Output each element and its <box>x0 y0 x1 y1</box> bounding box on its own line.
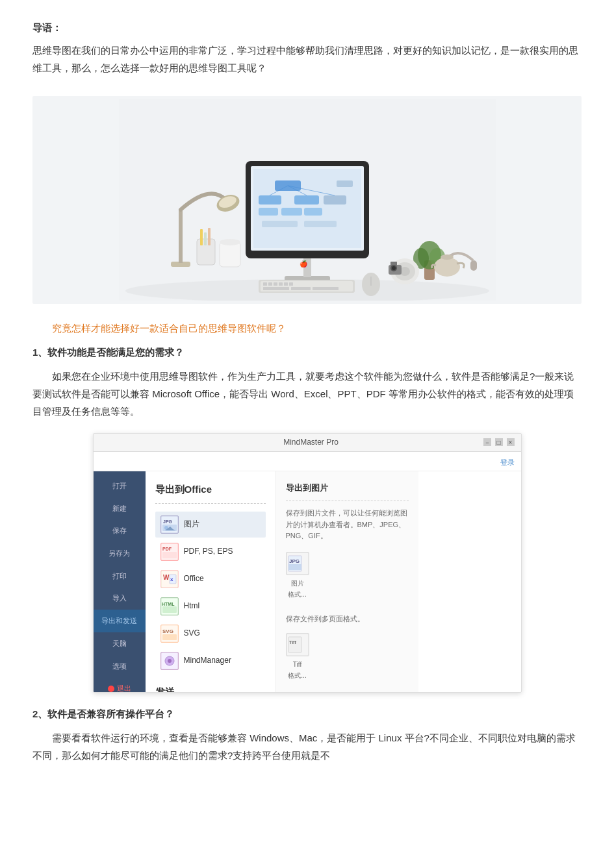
svg-rect-37 <box>284 282 288 286</box>
svg-rect-34 <box>268 282 272 286</box>
export-label-svg: SVG <box>184 626 200 639</box>
app-right-panel: 导出到图片 保存到图片文件，可以让任何能浏览图片的计算机办查看者。BMP、JPE… <box>275 471 418 692</box>
export-item-svg[interactable]: SVG SVG <box>155 621 266 647</box>
svg-rect-19 <box>294 195 319 205</box>
svg-text:W: W <box>163 574 170 581</box>
section1-heading: 1、软件功能是否能满足您的需求？ <box>32 344 582 361</box>
right-panel-export-title: 导出到图片 <box>286 481 409 501</box>
svg-point-58 <box>441 254 454 260</box>
svg-point-54 <box>392 266 396 270</box>
svg-rect-26 <box>337 180 353 187</box>
sidebar-item-open[interactable]: 打开 <box>94 475 146 497</box>
export-item-image[interactable]: JPG 图片 <box>155 512 266 538</box>
export-label-html: Html <box>184 599 200 612</box>
export-item-mindmanager[interactable]: MindManager <box>155 648 266 674</box>
minimize-button[interactable]: － <box>483 438 491 446</box>
svg-rect-23 <box>324 195 346 205</box>
svg-rect-10 <box>220 242 240 267</box>
export-label-image: 图片 <box>184 517 199 530</box>
section2-heading: 2、软件是否兼容所有操作平台？ <box>32 706 582 723</box>
send-section-title: 发送 <box>155 684 266 693</box>
svg-rect-40 <box>291 287 311 290</box>
format-icon-jpg: JPG <box>286 552 309 575</box>
app-titlebar: MindMaster Pro － □ × <box>94 434 521 452</box>
svg-rect-25 <box>304 221 337 227</box>
maximize-button[interactable]: □ <box>495 438 503 446</box>
app-sidebar: 打开 新建 保存 另存为 打印 导入 导出和发送 天脑 选项 退出 <box>94 471 146 692</box>
export-icon-mindmanager <box>160 652 179 670</box>
export-label-pdf: PDF, PS, EPS <box>184 545 233 558</box>
svg-rect-36 <box>279 282 283 286</box>
svg-rect-22 <box>304 208 322 216</box>
section1-question: 究竟怎样才能选择好一款适合自己的思维导图软件呢？ <box>32 320 582 337</box>
export-item-office[interactable]: W x Office <box>155 566 266 592</box>
svg-rect-39 <box>263 287 289 290</box>
svg-rect-73 <box>162 606 177 613</box>
intro-text: 思维导图在我们的日常办公中运用的非常广泛，学习过程中能够帮助我们清理思路，对更好… <box>32 42 582 77</box>
logout-label: 退出 <box>117 682 131 693</box>
svg-rect-66 <box>162 552 177 558</box>
svg-rect-20 <box>259 208 278 216</box>
sidebar-item-export[interactable]: 导出和发送 <box>94 610 146 632</box>
login-link[interactable]: 登录 <box>500 458 515 466</box>
svg-rect-41 <box>313 287 339 290</box>
svg-point-57 <box>434 257 460 277</box>
export-icon-svg: SVG <box>160 625 179 643</box>
svg-rect-24 <box>262 221 298 227</box>
sidebar-item-options[interactable]: 选项 <box>94 655 146 678</box>
export-label-mindmanager: MindManager <box>184 654 231 667</box>
format-options-row1: JPG 图片格式... <box>286 552 409 600</box>
close-button[interactable]: × <box>507 438 515 446</box>
sidebar-item-logout[interactable]: 退出 <box>94 677 146 693</box>
svg-text:Tiff: Tiff <box>289 640 296 645</box>
svg-rect-56 <box>470 260 477 271</box>
svg-rect-18 <box>259 195 281 205</box>
svg-rect-3 <box>179 210 183 263</box>
svg-text:HTML: HTML <box>162 602 175 606</box>
svg-text:PDF: PDF <box>162 547 172 551</box>
svg-rect-35 <box>274 282 277 286</box>
sidebar-item-print[interactable]: 打印 <box>94 565 146 588</box>
export-item-pdf[interactable]: PDF PDF, PS, EPS <box>155 539 266 565</box>
svg-text:🍎: 🍎 <box>300 260 308 268</box>
svg-text:x: x <box>170 577 173 582</box>
svg-text:JPG: JPG <box>163 519 173 524</box>
sidebar-item-save[interactable]: 保存 <box>94 519 146 542</box>
export-icon-pdf: PDF <box>160 543 179 561</box>
svg-point-11 <box>220 239 240 245</box>
svg-rect-38 <box>289 282 293 286</box>
export-icon-jpg: JPG <box>160 515 179 534</box>
svg-rect-21 <box>281 208 302 216</box>
export-item-html[interactable]: HTML Html <box>155 593 266 619</box>
section2-body: 需要看看软件运行的环境，查看是否能够兼容 Windows、Mac，是否能用于 L… <box>32 729 582 764</box>
app-main-panel: 导出到Office JPG 图片 <box>146 471 275 692</box>
sidebar-item-new[interactable]: 新建 <box>94 497 146 520</box>
sidebar-item-saveas[interactable]: 另存为 <box>94 542 146 565</box>
format-icon-tiff: Tiff <box>286 633 309 656</box>
svg-rect-8 <box>204 232 207 245</box>
hero-image-area: 🍎 <box>32 96 582 304</box>
svg-rect-87 <box>288 637 301 652</box>
svg-rect-33 <box>263 282 267 286</box>
app-screenshot: MindMaster Pro － □ × 登录 打开 新建 保存 另存为 打印 … <box>93 433 522 693</box>
right-panel-export-desc: 保存到图片文件，可以让任何能浏览图片的计算机办查看者。BMP、JPEG、PNG、… <box>286 508 409 542</box>
format-option-jpg[interactable]: JPG 图片格式... <box>286 552 309 600</box>
intro-title: 导语： <box>32 19 582 36</box>
svg-point-79 <box>168 659 172 663</box>
hero-illustration: 🍎 <box>119 99 496 301</box>
right-panel-save-desc: 保存文件到多页面格式。 <box>286 613 409 625</box>
logout-icon <box>108 686 114 692</box>
format-label-jpg: 图片格式... <box>288 578 306 600</box>
format-label-tiff: Tiff格式... <box>288 659 306 681</box>
export-office-title: 导出到Office <box>155 481 266 504</box>
sidebar-item-import[interactable]: 导入 <box>94 587 146 610</box>
svg-rect-7 <box>200 229 203 245</box>
sidebar-item-brain[interactable]: 天脑 <box>94 632 146 655</box>
app-title: MindMaster Pro <box>139 436 483 449</box>
svg-text:JPG: JPG <box>289 558 300 564</box>
export-icon-html: HTML <box>160 597 179 615</box>
format-options-row2: Tiff Tiff格式... <box>286 633 409 681</box>
svg-rect-76 <box>162 634 177 640</box>
svg-rect-85 <box>288 564 301 570</box>
format-option-tiff[interactable]: Tiff Tiff格式... <box>286 633 309 681</box>
